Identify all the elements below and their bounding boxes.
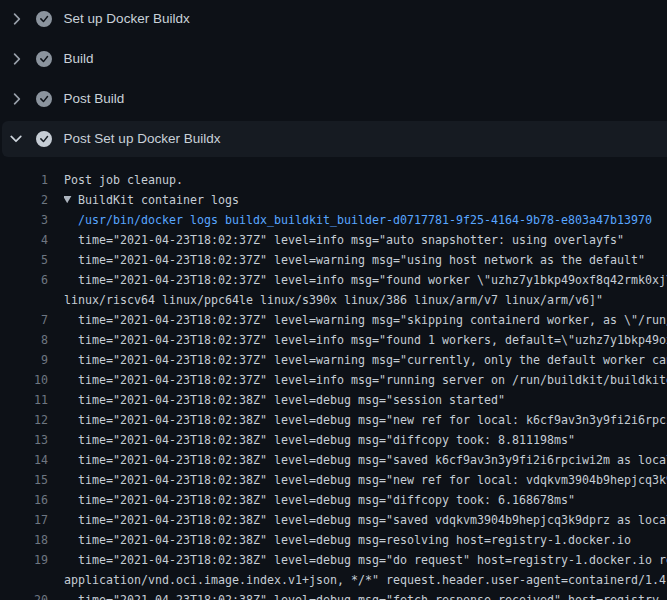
log-line: 16 time="2021-04-23T18:02:38Z" level=deb… — [0, 490, 667, 510]
log-line: 11 time="2021-04-23T18:02:38Z" level=deb… — [0, 390, 667, 410]
log-line: 8 time="2021-04-23T18:02:37Z" level=info… — [0, 330, 667, 350]
log-line-content: time="2021-04-23T18:02:37Z" level=warnin… — [64, 250, 667, 270]
log-line: 14 time="2021-04-23T18:02:38Z" level=deb… — [0, 450, 667, 470]
log-line-content: time="2021-04-23T18:02:37Z" level=warnin… — [64, 310, 667, 330]
log-text: time="2021-04-23T18:02:37Z" level=info m… — [64, 333, 667, 347]
step-status — [36, 51, 52, 67]
log-text: time="2021-04-23T18:02:38Z" level=debug … — [64, 493, 575, 507]
log-line: 20 time="2021-04-23T18:02:38Z" level=deb… — [0, 590, 667, 600]
log-line-number[interactable]: 10 — [0, 370, 48, 390]
log-text: time="2021-04-23T18:02:38Z" level=debug … — [64, 413, 667, 427]
log-line: 7 time="2021-04-23T18:02:37Z" level=warn… — [0, 310, 667, 330]
log-text: time="2021-04-23T18:02:38Z" level=debug … — [64, 593, 667, 600]
log-line: 5 time="2021-04-23T18:02:37Z" level=warn… — [0, 250, 667, 270]
log-line: 18 time="2021-04-23T18:02:38Z" level=deb… — [0, 530, 667, 550]
log-line-number[interactable]: 17 — [0, 510, 48, 530]
step-row-post-build[interactable]: Post Build — [0, 81, 667, 117]
log-line-number[interactable]: 16 — [0, 490, 48, 510]
log-line-content: BuildKit container logs — [64, 190, 667, 210]
step-title[interactable]: Post Build — [64, 91, 125, 106]
log-line: 19 time="2021-04-23T18:02:38Z" level=deb… — [0, 550, 667, 590]
step-expand-toggle[interactable] — [7, 10, 25, 28]
step-expand-toggle[interactable] — [7, 130, 25, 148]
check-circle-icon — [36, 91, 52, 107]
log-line-content: time="2021-04-23T18:02:38Z" level=debug … — [64, 470, 667, 490]
log-line-content: time="2021-04-23T18:02:38Z" level=debug … — [64, 530, 667, 550]
log-text: time="2021-04-23T18:02:37Z" level=info m… — [64, 373, 667, 387]
log-text: time="2021-04-23T18:02:37Z" level=warnin… — [64, 253, 645, 267]
workflow-log-page: { "steps": [ { "label": "Set up Docker B… — [0, 0, 667, 600]
log-text: time="2021-04-23T18:02:38Z" level=debug … — [64, 513, 667, 527]
log-line-content: time="2021-04-23T18:02:38Z" level=debug … — [64, 390, 667, 410]
log-text: Post job cleanup. — [64, 173, 183, 187]
chevron-right-icon — [7, 10, 25, 28]
step-row-build[interactable]: Build — [0, 41, 667, 77]
log-text: time="2021-04-23T18:02:37Z" level=info m… — [64, 273, 667, 307]
log-line-content: time="2021-04-23T18:02:37Z" level=info m… — [64, 230, 667, 250]
log-text: BuildKit container logs — [78, 193, 239, 207]
check-circle-icon — [36, 131, 52, 147]
step-expand-toggle[interactable] — [7, 90, 25, 108]
log-line-number[interactable]: 9 — [0, 350, 48, 370]
log-line-number[interactable]: 6 — [0, 270, 48, 290]
log-line-content: time="2021-04-23T18:02:38Z" level=debug … — [64, 410, 667, 430]
log-line-content: /usr/bin/docker logs buildx_buildkit_bui… — [64, 210, 667, 230]
log-text: time="2021-04-23T18:02:38Z" level=debug … — [64, 553, 667, 587]
log-text: time="2021-04-23T18:02:37Z" level=warnin… — [64, 353, 667, 367]
step-expand-toggle[interactable] — [7, 50, 25, 68]
log-line-number[interactable]: 2 — [0, 190, 48, 210]
chevron-right-icon — [7, 50, 25, 68]
log-line: 13 time="2021-04-23T18:02:38Z" level=deb… — [0, 430, 667, 450]
log-line-number[interactable]: 1 — [0, 170, 48, 190]
log-line: 3 /usr/bin/docker logs buildx_buildkit_b… — [0, 210, 667, 230]
log-line-content: time="2021-04-23T18:02:38Z" level=debug … — [64, 450, 667, 470]
log-line-number[interactable]: 18 — [0, 530, 48, 550]
check-circle-icon — [36, 11, 52, 27]
chevron-right-icon — [7, 90, 25, 108]
step-row-set-up-docker-buildx[interactable]: Set up Docker Buildx — [0, 1, 667, 37]
check-circle-icon — [36, 51, 52, 67]
log-line-number[interactable]: 11 — [0, 390, 48, 410]
log-line: 15 time="2021-04-23T18:02:38Z" level=deb… — [0, 470, 667, 490]
step-title[interactable]: Build — [64, 51, 94, 66]
log-line-content: time="2021-04-23T18:02:37Z" level=info m… — [64, 330, 667, 350]
log-line-number[interactable]: 15 — [0, 470, 48, 490]
log-line-number[interactable]: 20 — [0, 590, 48, 600]
log-group-caret-icon[interactable] — [64, 190, 77, 210]
log-line: 10 time="2021-04-23T18:02:37Z" level=inf… — [0, 370, 667, 390]
log-line-number[interactable]: 7 — [0, 310, 48, 330]
log-line-content: time="2021-04-23T18:02:38Z" level=debug … — [64, 590, 667, 600]
log-line-number[interactable]: 8 — [0, 330, 48, 350]
step-status — [36, 91, 52, 107]
log-text: time="2021-04-23T18:02:38Z" level=debug … — [64, 473, 667, 487]
log-line-number[interactable]: 14 — [0, 450, 48, 470]
log-line-content: time="2021-04-23T18:02:38Z" level=debug … — [64, 430, 667, 450]
log-viewer: 1Post job cleanup.2BuildKit container lo… — [0, 161, 667, 600]
log-line-content: time="2021-04-23T18:02:37Z" level=warnin… — [64, 350, 667, 370]
log-text: time="2021-04-23T18:02:38Z" level=debug … — [64, 433, 575, 447]
step-row-post-set-up-docker-buildx[interactable]: Post Set up Docker Buildx — [0, 121, 667, 157]
step-title[interactable]: Set up Docker Buildx — [64, 11, 190, 26]
log-line-number[interactable]: 4 — [0, 230, 48, 250]
log-line-content: time="2021-04-23T18:02:38Z" level=debug … — [64, 490, 667, 510]
log-text — [64, 213, 78, 227]
steps-list: Set up Docker BuildxBuildPost BuildPost … — [0, 0, 667, 157]
log-line-content: time="2021-04-23T18:02:38Z" level=debug … — [64, 510, 667, 530]
log-line: 12 time="2021-04-23T18:02:38Z" level=deb… — [0, 410, 667, 430]
log-line-number[interactable]: 19 — [0, 550, 48, 570]
log-line-number[interactable]: 5 — [0, 250, 48, 270]
chevron-down-icon — [7, 130, 25, 148]
log-line: 2BuildKit container logs — [0, 190, 667, 210]
log-line-content: Post job cleanup. — [64, 170, 667, 190]
log-line-content: time="2021-04-23T18:02:38Z" level=debug … — [64, 550, 667, 590]
log-line-content: time="2021-04-23T18:02:37Z" level=info m… — [64, 270, 667, 310]
log-line-number[interactable]: 13 — [0, 430, 48, 450]
log-line-number[interactable]: 12 — [0, 410, 48, 430]
step-title[interactable]: Post Set up Docker Buildx — [64, 131, 221, 146]
log-line: 4 time="2021-04-23T18:02:37Z" level=info… — [0, 230, 667, 250]
log-line-number[interactable]: 3 — [0, 210, 48, 230]
log-line: 6 time="2021-04-23T18:02:37Z" level=info… — [0, 270, 667, 310]
log-link[interactable]: /usr/bin/docker logs buildx_buildkit_bui… — [78, 213, 652, 227]
log-text: time="2021-04-23T18:02:37Z" level=warnin… — [64, 313, 667, 327]
log-line: 1Post job cleanup. — [0, 170, 667, 190]
